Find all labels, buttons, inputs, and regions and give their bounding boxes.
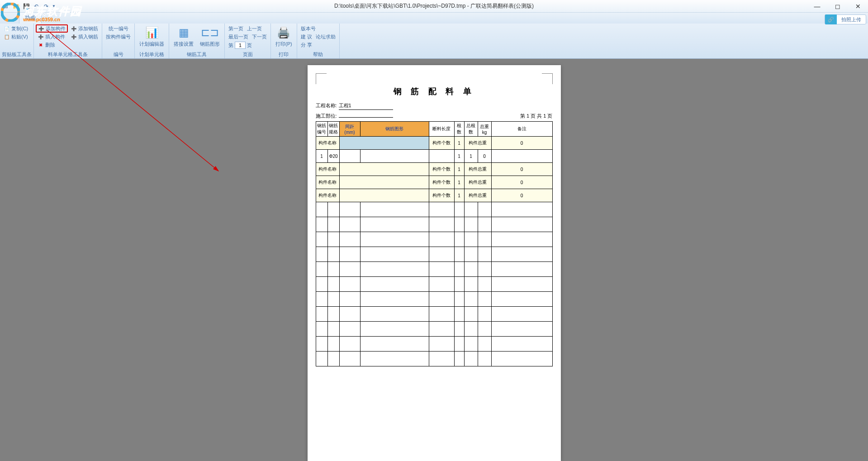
delete-button[interactable]: ✖删除	[36, 41, 68, 49]
forum-button[interactable]: 论坛求助	[314, 33, 337, 41]
table-row[interactable]	[316, 322, 552, 337]
table-row[interactable]	[316, 202, 552, 217]
paste-button[interactable]: 📋粘贴(V)	[2, 33, 30, 41]
prev-page-button[interactable]: 上一页	[245, 24, 264, 33]
qat-undo-icon[interactable]: ↶	[32, 2, 41, 11]
rebar-table[interactable]: 钢筋编号 钢筋规格 间距(mm) 钢筋图形 断料长度 根数 总根数 总重kg 备…	[316, 121, 553, 366]
splice-icon: ▦	[176, 25, 191, 40]
project-value: 工程1	[339, 102, 393, 110]
table-row[interactable]	[316, 217, 552, 232]
suggest-button[interactable]: 建 议	[299, 33, 314, 41]
table-row[interactable]	[316, 337, 552, 352]
next-page-button[interactable]: 下一页	[250, 33, 269, 41]
group-rebar-tools: ▦ 搭接设置 ⊏⊐ 钢筋图形 钢筋工具	[169, 24, 225, 58]
page-number-input[interactable]	[235, 42, 246, 49]
plan-editor-button[interactable]: 📊 计划编辑器	[137, 24, 167, 48]
qat-dropdown-icon[interactable]: ▼	[52, 2, 56, 11]
share-button[interactable]: 分 享	[299, 41, 337, 49]
splice-settings-button[interactable]: ▦ 搭接设置	[171, 24, 196, 48]
title-bar: 🗎 📂 💾 ↶ ↷ ▼ D:\tools\桌面\河东下载站\GBT\1.0\Pr…	[0, 0, 868, 13]
group-clipboard: 📄复制(C) 📋粘贴(V) 剪贴板工具条	[0, 24, 34, 58]
maximize-button[interactable]: ◻	[827, 0, 848, 13]
group-label: 编号	[104, 51, 133, 58]
th-beizhu: 备注	[491, 122, 552, 137]
group-label: 打印	[273, 51, 295, 58]
comp-count[interactable]: 1	[454, 137, 464, 150]
table-row[interactable]	[316, 292, 552, 307]
cell-guige[interactable]: Φ20	[327, 150, 339, 163]
tab-function[interactable]: 功能	[19, 12, 42, 24]
rebar-shape-button[interactable]: ⊏⊐ 钢筋图形	[197, 24, 223, 48]
upload-photo-button[interactable]: 🔗 拍照上传	[825, 14, 866, 24]
qat-save-icon[interactable]: 💾	[22, 2, 31, 11]
copy-button[interactable]: 📄复制(C)	[2, 24, 30, 33]
qat-new-icon[interactable]: 🗎	[2, 2, 11, 11]
comp-count[interactable]: 1	[454, 176, 464, 189]
quick-access-toolbar: 🗎 📂 💾 ↶ ↷ ▼	[0, 2, 56, 11]
table-row[interactable]: 1Φ20110	[316, 150, 552, 163]
ribbon: 📄复制(C) 📋粘贴(V) 剪贴板工具条 ➕添加构件 ➕插入构件 ✖删除 ➕添加…	[0, 24, 868, 59]
comp-count-label: 构件个数	[429, 189, 454, 202]
comp-name-cell[interactable]	[339, 163, 429, 176]
comp-weight-label: 构件总重	[464, 189, 491, 202]
cell-changdu[interactable]	[429, 150, 454, 163]
comp-count[interactable]: 1	[454, 163, 464, 176]
insert-icon: ➕	[38, 33, 44, 40]
comp-name-label: 构件名称	[316, 176, 339, 189]
workspace[interactable]: 钢 筋 配 料 单 工程名称: 工程1 施工部位: 第 1 页 共 1 页	[0, 59, 868, 461]
group-label: 页面	[227, 51, 269, 58]
first-page-button[interactable]: 第一页	[227, 24, 245, 33]
delete-icon: ✖	[38, 42, 44, 48]
add-component-button[interactable]: ➕添加构件	[36, 24, 68, 33]
version-button[interactable]: 版本号	[299, 24, 337, 33]
th-jianju[interactable]: 间距(mm)	[339, 122, 360, 137]
doc-title: 钢 筋 配 料 单	[316, 86, 553, 97]
comp-name-cell[interactable]	[339, 189, 429, 202]
table-row[interactable]: 构件名称构件个数1构件总重0	[316, 176, 552, 189]
comp-count[interactable]: 1	[454, 189, 464, 202]
cell-bianhao[interactable]: 1	[316, 150, 327, 163]
table-row[interactable]: 构件名称构件个数1构件总重0	[316, 137, 552, 150]
add-rebar-button[interactable]: ➕添加钢筋	[69, 24, 100, 33]
copy-icon: 📄	[4, 25, 10, 32]
qat-open-icon[interactable]: 📂	[12, 2, 21, 11]
insert-rebar-icon: ➕	[71, 33, 77, 40]
group-label: 帮助	[299, 51, 337, 58]
cell-beizhu[interactable]	[491, 150, 552, 163]
qat-redo-icon[interactable]: ↷	[42, 2, 51, 11]
table-row[interactable]	[316, 352, 552, 366]
last-page-button[interactable]: 最后一页	[227, 33, 250, 41]
print-button[interactable]: 🖨️ 打印(P)	[273, 24, 295, 48]
by-component-number-button[interactable]: 按构件编号	[104, 33, 133, 41]
add-icon: ➕	[38, 25, 44, 32]
group-label: 剪贴板工具条	[2, 51, 32, 58]
table-row[interactable]: 构件名称构件个数1构件总重0	[316, 189, 552, 202]
unified-number-button[interactable]: 统一编号	[107, 24, 130, 33]
table-row[interactable]	[316, 247, 552, 262]
comp-weight-label: 构件总重	[464, 137, 491, 150]
th-tuxing[interactable]: 钢筋图形	[360, 122, 429, 137]
print-icon: 🖨️	[276, 25, 291, 40]
cell-zhong[interactable]: 0	[478, 150, 491, 163]
table-row[interactable]	[316, 307, 552, 322]
comp-name-label: 构件名称	[316, 137, 339, 150]
cell-zonggen[interactable]: 1	[464, 150, 478, 163]
cell-jianju[interactable]	[339, 150, 360, 163]
comp-name-cell[interactable]	[339, 137, 429, 150]
table-row[interactable]	[316, 232, 552, 247]
minimize-button[interactable]: —	[807, 0, 827, 13]
insert-component-button[interactable]: ➕插入构件	[36, 33, 68, 41]
insert-rebar-button[interactable]: ➕插入钢筋	[69, 33, 100, 41]
cell-gen[interactable]: 1	[454, 150, 464, 163]
comp-name-cell[interactable]	[339, 176, 429, 189]
table-row[interactable]	[316, 262, 552, 277]
group-help: 版本号 建 议 论坛求助 分 享 帮助	[297, 24, 340, 58]
table-row[interactable]	[316, 277, 552, 292]
table-row[interactable]: 构件名称构件个数1构件总重0	[316, 163, 552, 176]
th-gen: 根数	[454, 122, 464, 137]
section-value	[339, 117, 393, 118]
close-button[interactable]: ✕	[848, 0, 868, 13]
window-controls: — ◻ ✕	[807, 0, 868, 13]
comp-count-label: 构件个数	[429, 137, 454, 150]
cell-tuxing[interactable]	[360, 150, 429, 163]
